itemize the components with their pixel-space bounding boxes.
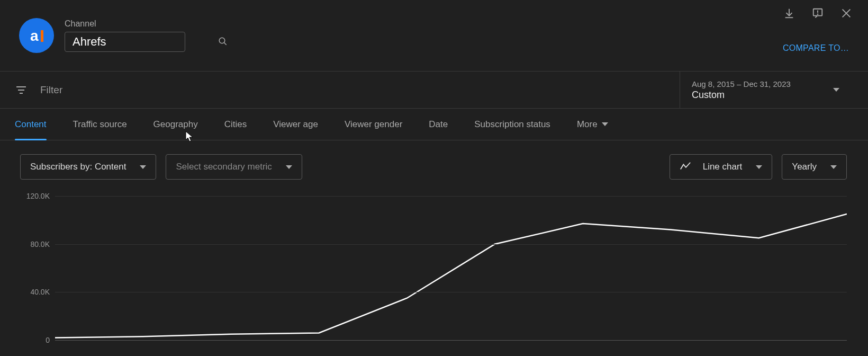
topbar: a Channel COMPARE TO… (0, 0, 868, 72)
close-icon[interactable] (840, 7, 853, 20)
controls-right: Line chart Yearly (670, 154, 847, 180)
channel-label: Channel (65, 19, 185, 29)
chevron-down-icon (833, 88, 839, 92)
y-tick-label: 120.0K (21, 192, 50, 200)
top-left: a Channel (19, 18, 185, 53)
secondary-metric-placeholder: Select secondary metric (176, 162, 272, 172)
filter-icon (15, 84, 28, 96)
date-range-text: Aug 8, 2015 – Dec 31, 2023 (692, 79, 791, 88)
granularity-dropdown[interactable]: Yearly (782, 154, 847, 180)
gridline (55, 244, 847, 245)
tab-traffic-source[interactable]: Traffic source (73, 110, 127, 139)
tab-date[interactable]: Date (429, 110, 448, 139)
date-range-picker[interactable]: Aug 8, 2015 – Dec 31, 2023 Custom (680, 72, 849, 108)
tab-viewer-gender[interactable]: Viewer gender (345, 110, 402, 139)
date-texts: Aug 8, 2015 – Dec 31, 2023 Custom (692, 79, 791, 101)
filter-button[interactable]: Filter (15, 84, 62, 96)
tab-content[interactable]: Content (15, 110, 47, 139)
chevron-down-icon (830, 165, 837, 169)
svg-point-3 (219, 38, 225, 43)
compare-to-link[interactable]: COMPARE TO… (783, 43, 849, 53)
chart-area: 040.0K80.0K120.0K (20, 196, 847, 340)
line-chart-icon (680, 161, 691, 173)
chart-type-dropdown[interactable]: Line chart (670, 154, 773, 180)
ahrefs-logo-icon: a (26, 25, 47, 46)
more-tab[interactable]: More (577, 110, 608, 139)
gridline (55, 196, 847, 197)
tab-cities[interactable]: Cities (224, 110, 247, 139)
filter-date-row: Filter Aug 8, 2015 – Dec 31, 2023 Custom (0, 72, 868, 109)
secondary-metric-dropdown[interactable]: Select secondary metric (166, 154, 302, 180)
date-mode-text: Custom (692, 90, 791, 101)
y-tick-label: 0 (21, 336, 50, 344)
more-label: More (577, 119, 598, 130)
download-icon[interactable] (783, 7, 796, 20)
granularity-label: Yearly (792, 162, 817, 172)
tab-subscription-status[interactable]: Subscription status (474, 110, 550, 139)
channel-search-input[interactable] (73, 35, 218, 49)
chart-type-label: Line chart (703, 162, 743, 172)
svg-point-7 (818, 14, 818, 14)
svg-line-4 (224, 42, 227, 45)
feedback-icon[interactable] (812, 7, 825, 20)
chevron-down-icon (602, 122, 608, 126)
chart-controls: Subscribers by: Content Select secondary… (0, 146, 868, 188)
channel-search[interactable] (65, 32, 185, 52)
channel-avatar[interactable]: a (19, 18, 54, 53)
filter-label: Filter (40, 84, 62, 96)
chart-line (55, 214, 847, 338)
search-icon[interactable] (218, 37, 228, 48)
primary-metric-dropdown[interactable]: Subscribers by: Content (20, 154, 156, 180)
y-tick-label: 80.0K (21, 240, 50, 248)
primary-metric-label: Subscribers by: Content (30, 162, 126, 172)
dimension-tabs: ContentTraffic sourceGeographyCitiesView… (0, 109, 868, 140)
gridline (55, 292, 847, 292)
chevron-down-icon (140, 165, 146, 169)
tab-geography[interactable]: Geography (153, 110, 198, 139)
chevron-down-icon (756, 165, 762, 169)
chart-svg (55, 196, 847, 340)
chevron-down-icon (286, 165, 292, 169)
svg-text:a: a (30, 28, 39, 44)
channel-block: Channel (65, 19, 185, 52)
controls-left: Subscribers by: Content Select secondary… (20, 154, 302, 180)
top-right: COMPARE TO… (783, 18, 849, 53)
gridline (55, 340, 847, 341)
y-tick-label: 40.0K (21, 288, 50, 296)
window-icons (783, 7, 853, 20)
tab-viewer-age[interactable]: Viewer age (273, 110, 318, 139)
svg-rect-2 (41, 30, 43, 42)
